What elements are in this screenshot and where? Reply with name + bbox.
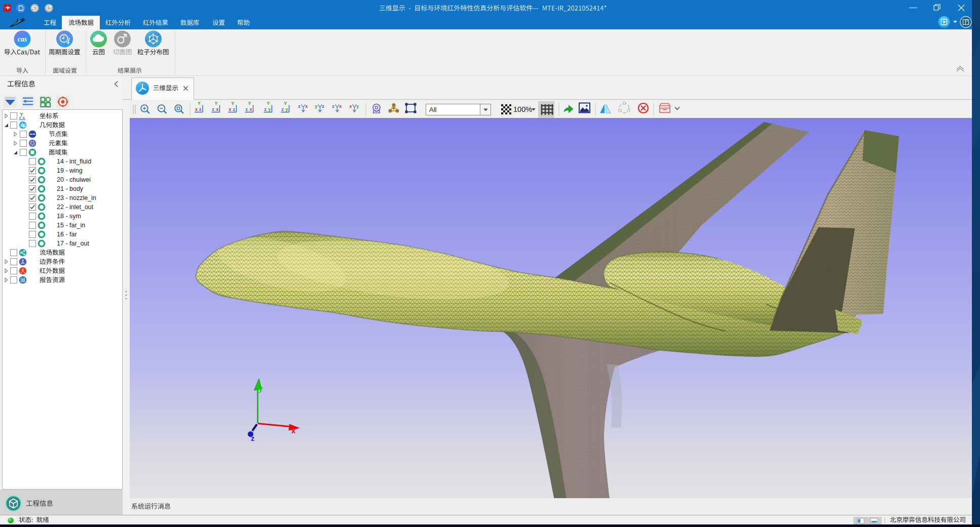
svg-text:x: x	[291, 427, 295, 435]
svg-text:z: z	[251, 434, 254, 442]
svg-text:100%: 100%	[513, 105, 532, 113]
svg-text:y: y	[258, 384, 263, 393]
